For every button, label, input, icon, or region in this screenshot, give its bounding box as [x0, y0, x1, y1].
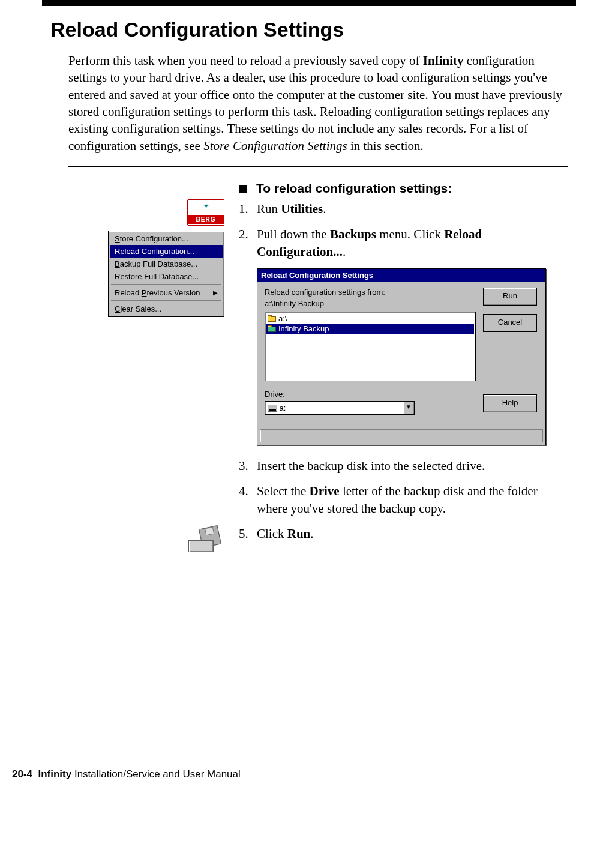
from-path: a:\Infinity Backup: [265, 299, 476, 308]
dropdown-arrow-icon[interactable]: ▼: [403, 401, 415, 415]
step-1: 1. Run Utilities.: [239, 200, 568, 217]
footer-product: Infinity: [38, 768, 71, 780]
dialog-statusbar: [260, 429, 543, 442]
floppy-drive-icon: [188, 527, 220, 552]
page-number: 20-4: [12, 768, 32, 780]
step-2: 2. Pull down the Backups menu. Click Rel…: [239, 226, 568, 260]
menu-reload-config[interactable]: Reload Configuration...: [110, 245, 223, 258]
section-divider: [68, 166, 568, 167]
menu-clear-sales[interactable]: Clear Sales...: [110, 303, 223, 315]
folder-open-icon: [268, 325, 276, 332]
step-4: 4. Select the Drive letter of the backup…: [239, 483, 568, 517]
help-button[interactable]: Help: [483, 394, 537, 412]
drive-icon: [268, 405, 277, 412]
dialog-titlebar[interactable]: Reload Configuration Settings: [257, 269, 545, 282]
folder-icon: [268, 315, 276, 322]
square-bullet-icon: [239, 185, 247, 193]
berg-logo-icon: ✦ BERG: [187, 199, 224, 226]
drive-combo[interactable]: ▼: [265, 401, 415, 415]
from-label: Reload configuration settings from:: [265, 288, 476, 297]
list-item[interactable]: Infinity Backup: [266, 324, 474, 334]
page-title: Reload Configuration Settings: [50, 18, 576, 41]
intro-text-post: in this section.: [347, 139, 424, 153]
run-button[interactable]: Run: [483, 288, 537, 306]
menu-backup-db[interactable]: Backup Full Database...: [110, 258, 223, 270]
drive-field[interactable]: [265, 401, 403, 415]
folder-listbox[interactable]: a:\ Infinity Backup: [265, 312, 476, 381]
step-5: 5. Click Run.: [239, 525, 568, 542]
intro-bold-infinity: Infinity: [423, 53, 464, 68]
intro-italic-ref: Store Configuration Settings: [203, 139, 347, 153]
list-item[interactable]: a:\: [266, 313, 474, 324]
footer-text: Installation/Service and User Manual: [71, 768, 241, 780]
header-rule: [42, 0, 576, 6]
menu-divider: [111, 284, 221, 285]
drive-label: Drive:: [265, 390, 476, 399]
page-footer: 20-4 Infinity Installation/Service and U…: [12, 768, 576, 780]
cancel-button[interactable]: Cancel: [483, 314, 537, 332]
menu-reload-prev[interactable]: Reload Previous Version▶: [110, 286, 223, 299]
berg-logo-text: BERG: [188, 215, 224, 224]
procedure-heading: To reload configuration settings:: [239, 181, 568, 196]
intro-paragraph: Perform this task when you need to reloa…: [68, 52, 568, 154]
menu-store-config[interactable]: Store Configuration...: [110, 232, 223, 245]
reload-config-dialog: Reload Configuration Settings Reload con…: [257, 268, 546, 445]
menu-divider: [111, 300, 221, 301]
backups-menu: Store Configuration... Reload Configurat…: [108, 231, 224, 317]
menu-restore-db[interactable]: Restore Full Database...: [110, 270, 223, 283]
step-3: 3. Insert the backup disk into the selec…: [239, 457, 568, 474]
submenu-arrow-icon: ▶: [213, 289, 218, 296]
intro-text: Perform this task when you need to reloa…: [68, 53, 423, 68]
